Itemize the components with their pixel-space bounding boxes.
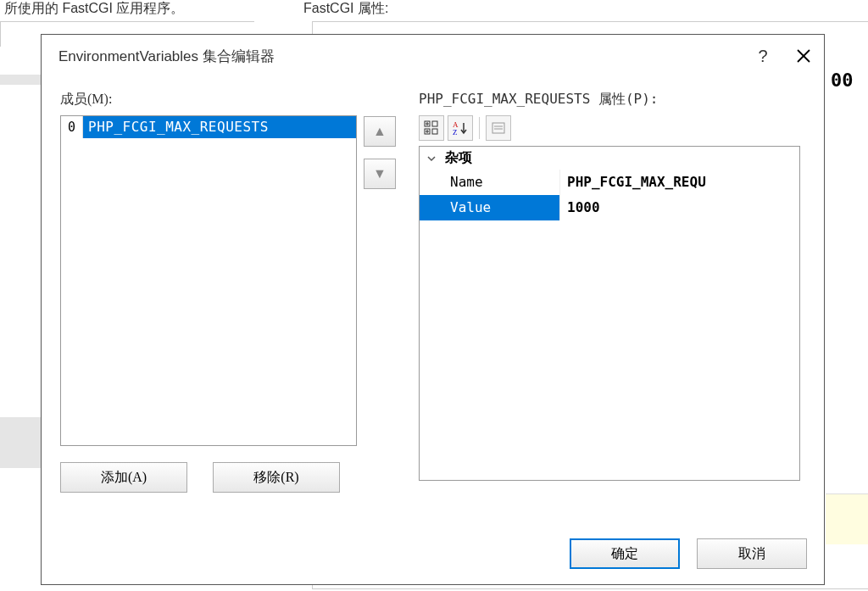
dialog-title: EnvironmentVariables 集合编辑器 [58,47,275,66]
close-icon [796,48,811,64]
member-action-buttons: 添加(A) 移除(R) [60,462,340,493]
collection-editor-dialog: EnvironmentVariables 集合编辑器 ? 成员(M): 0 PH… [41,34,825,585]
categorized-icon [424,120,439,136]
property-row-value[interactable]: Value 1000 [420,195,799,220]
close-button[interactable] [783,35,824,77]
bg-text-fastcgi-props: FastCGI 属性: [303,0,388,18]
properties-label: PHP_FCGI_MAX_REQUESTS 属性(P): [419,91,800,109]
chevron-down-icon[interactable] [425,152,438,165]
member-item[interactable]: 0 PHP_FCGI_MAX_REQUESTS [61,116,356,138]
alphabetical-icon: A Z [453,120,468,136]
remove-button[interactable]: 移除(R) [213,462,340,493]
dialog-footer-buttons: 确定 取消 [570,538,807,569]
members-listbox[interactable]: 0 PHP_FCGI_MAX_REQUESTS [60,115,357,446]
property-pages-icon [491,120,506,136]
dialog-titlebar: EnvironmentVariables 集合编辑器 ? [42,35,824,77]
members-label: 成员(M): [60,91,370,109]
add-button[interactable]: 添加(A) [60,462,187,493]
property-value-label: Value [420,195,559,220]
bg-partial-value: 00 [831,70,854,91]
move-up-button[interactable]: ▲ [364,116,396,147]
bg-gray-strip-2 [0,417,41,468]
property-row-name[interactable]: Name PHP_FCGI_MAX_REQU [420,170,799,195]
bg-yellow-strip [826,493,868,544]
bg-gray-strip [0,75,41,85]
property-name-value[interactable]: PHP_FCGI_MAX_REQU [559,170,799,195]
category-label: 杂项 [445,149,472,167]
categorized-button[interactable] [419,115,444,141]
toolbar-separator [479,117,480,139]
reorder-buttons: ▲ ▼ [364,116,396,189]
arrow-down-icon: ▼ [373,166,387,181]
ok-button[interactable]: 确定 [570,538,680,569]
property-category[interactable]: 杂项 [420,147,799,170]
members-pane: 成员(M): 0 PHP_FCGI_MAX_REQUESTS [60,91,370,446]
alphabetical-button[interactable]: A Z [448,115,473,141]
move-down-button[interactable]: ▼ [364,159,396,189]
property-grid[interactable]: 杂项 Name PHP_FCGI_MAX_REQU Value 1000 [419,146,800,481]
property-value-value[interactable]: 1000 [559,195,799,220]
arrow-up-icon: ▲ [373,124,387,139]
svg-rect-9 [432,129,437,134]
property-name-label: Name [420,170,559,195]
member-name: PHP_FCGI_MAX_REQUESTS [83,116,356,138]
property-pages-button[interactable] [486,115,511,141]
properties-pane: PHP_FCGI_MAX_REQUESTS 属性(P): A [419,91,800,481]
property-toolbar: A Z [419,114,800,142]
svg-text:Z: Z [453,128,458,136]
help-button[interactable]: ? [743,35,783,77]
member-index: 0 [61,116,83,138]
dialog-body: 成员(M): 0 PHP_FCGI_MAX_REQUESTS ▲ ▼ PHP_F… [42,77,824,584]
svg-rect-5 [432,121,437,126]
cancel-button[interactable]: 取消 [697,538,807,569]
svg-rect-13 [492,123,504,133]
bg-text-fastcgi-app: 所使用的 FastCGI 应用程序。 [4,0,184,18]
